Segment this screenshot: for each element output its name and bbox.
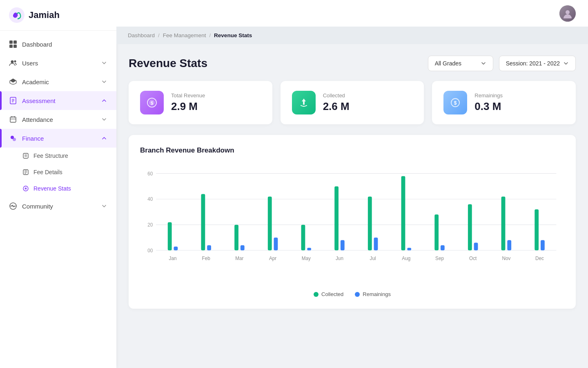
sidebar-item-finance[interactable]: Finance [0, 129, 116, 148]
svg-rect-2 [13, 40, 17, 44]
chart-area: 60402000JanFebMarAprMayJunJulAugSepOctNo… [140, 163, 564, 285]
svg-point-26 [25, 188, 27, 189]
grade-filter-label: All Grades [435, 60, 461, 67]
assessment-icon [9, 96, 17, 105]
svg-text:Aug: Aug [402, 255, 410, 261]
svg-text:Feb: Feb [202, 255, 210, 261]
sidebar-item-users[interactable]: Users [0, 54, 116, 72]
legend-dot-remainings [355, 292, 360, 297]
top-header [116, 0, 588, 27]
svg-text:60: 60 [147, 171, 153, 177]
svg-point-29 [566, 10, 570, 14]
chevron-down-icon [101, 60, 107, 66]
svg-rect-65 [407, 248, 411, 250]
svg-point-16 [13, 138, 16, 141]
logo[interactable]: Jamiah [0, 0, 116, 31]
sidebar-item-fee-structure[interactable]: Fee Structure [22, 148, 116, 164]
breadcrumb-fee-management[interactable]: Fee Management [163, 32, 206, 38]
breadcrumb-revenue-stats: Revenue Stats [214, 32, 252, 38]
legend-remainings-label: Remainings [363, 291, 391, 297]
svg-rect-59 [341, 240, 345, 250]
sidebar-item-fee-details[interactable]: Fee Details [22, 164, 116, 180]
svg-rect-68 [441, 245, 445, 251]
svg-rect-43 [168, 222, 172, 250]
svg-rect-62 [374, 238, 378, 250]
sidebar-item-label-assessment: Assessment [22, 97, 56, 104]
avatar[interactable] [559, 5, 576, 22]
remainings-value: 0.3 M [474, 100, 503, 113]
svg-rect-50 [241, 245, 245, 251]
finance-icon [9, 134, 17, 142]
svg-rect-58 [334, 186, 339, 251]
sidebar-item-dashboard[interactable]: Dashboard [0, 35, 116, 54]
svg-rect-71 [474, 242, 478, 250]
svg-rect-47 [207, 245, 211, 251]
dashboard-icon [9, 40, 17, 48]
svg-point-5 [11, 61, 14, 63]
svg-rect-46 [201, 194, 205, 250]
svg-rect-77 [541, 240, 545, 250]
breadcrumb-sep-2: / [209, 32, 211, 38]
logo-icon [9, 7, 24, 23]
breadcrumb-dashboard[interactable]: Dashboard [128, 32, 155, 38]
app-name: Jamiah [29, 10, 60, 20]
page-header: Revenue Stats All Grades Session: 2021 -… [129, 56, 576, 71]
sidebar-item-community[interactable]: Community [0, 197, 116, 215]
svg-rect-3 [9, 45, 13, 48]
dollar-circle-icon: $ [449, 96, 461, 109]
svg-rect-52 [268, 197, 272, 251]
svg-rect-1 [9, 40, 13, 44]
session-filter-label: Session: 2021 - 2022 [506, 60, 560, 67]
page-content: Revenue Stats All Grades Session: 2021 -… [116, 44, 588, 320]
svg-text:40: 40 [147, 196, 153, 202]
content-area: Dashboard / Fee Management / Revenue Sta… [116, 27, 588, 368]
sidebar: Jamiah Dashboard [0, 0, 116, 368]
remainings-info: Remainings 0.3 M [474, 92, 503, 113]
svg-text:00: 00 [147, 247, 153, 254]
sidebar-item-academic[interactable]: Academic [0, 72, 116, 91]
svg-point-6 [14, 61, 16, 63]
fee-structure-label: Fee Structure [33, 153, 68, 159]
session-filter[interactable]: Session: 2021 - 2022 [499, 56, 576, 71]
svg-rect-44 [174, 247, 178, 250]
svg-rect-4 [13, 45, 17, 48]
hand-icon [298, 96, 310, 109]
breadcrumb-sep-1: / [158, 32, 160, 38]
users-icon [9, 59, 17, 67]
legend-collected: Collected [314, 291, 343, 297]
remainings-label: Remainings [474, 92, 503, 99]
remainings-icon-bg: $ [443, 91, 467, 114]
svg-rect-67 [434, 215, 439, 251]
chart-legend: Collected Remainings [140, 291, 564, 297]
chevron-down-icon-community [101, 203, 107, 209]
svg-text:Sep: Sep [435, 255, 444, 261]
grade-filter-chevron [481, 61, 486, 66]
fee-details-label: Fee Details [33, 169, 62, 175]
sidebar-item-attendance[interactable]: Attendance [0, 110, 116, 129]
svg-rect-73 [501, 197, 506, 251]
coin-icon: $ [146, 96, 158, 109]
svg-rect-55 [301, 225, 305, 251]
total-revenue-card: $ Total Revenue 2.9 M [129, 81, 272, 124]
sidebar-item-revenue-stats[interactable]: Revenue Stats [22, 180, 116, 197]
chart-card: Branch Revenue Breakdown 60402000JanFebM… [129, 135, 576, 309]
collected-card: Collected 2.6 M [281, 81, 424, 124]
filter-controls: All Grades Session: 2021 - 2022 [428, 56, 576, 71]
grade-filter[interactable]: All Grades [428, 56, 493, 71]
svg-rect-53 [274, 238, 278, 250]
svg-text:Nov: Nov [502, 255, 511, 261]
svg-text:Dec: Dec [535, 255, 544, 261]
legend-remainings: Remainings [355, 291, 391, 297]
collected-value: 2.6 M [323, 100, 350, 113]
svg-rect-11 [10, 117, 16, 122]
svg-rect-76 [535, 209, 539, 250]
chevron-down-icon-attendance [101, 116, 107, 123]
chevron-up-icon-assessment [101, 97, 107, 104]
svg-rect-64 [401, 176, 405, 251]
svg-rect-17 [23, 153, 28, 158]
sidebar-item-assessment[interactable]: Assessment [0, 91, 116, 110]
svg-text:Mar: Mar [235, 255, 243, 261]
sidebar-item-label-attendance: Attendance [22, 116, 53, 123]
academic-icon [9, 78, 17, 86]
sidebar-item-label-finance: Finance [22, 135, 44, 142]
